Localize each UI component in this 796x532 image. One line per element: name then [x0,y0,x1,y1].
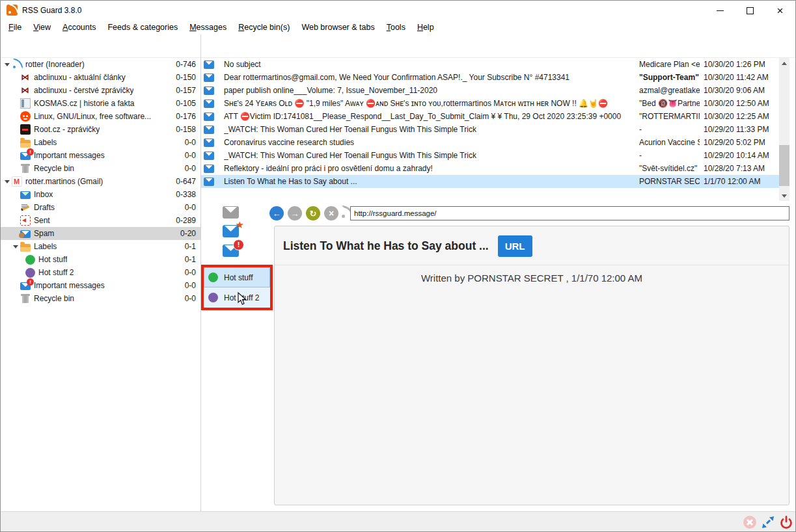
label-menu-item[interactable]: Hot stuff 2 [204,287,270,308]
important-star-envelope-icon[interactable] [223,225,239,237]
label-color-icon [208,273,218,282]
message-row[interactable]: paper publish online___Volume: 7, Issue_… [201,84,779,97]
menu-item-label: Feeds & categories [107,23,178,32]
drafts-icon [20,202,31,213]
feed-label: Important messages [34,281,105,290]
unread-count: 0-176 [172,112,196,121]
message-row[interactable]: No subject Medicare Plan <e... 10/30/20 … [201,58,779,71]
unread-count: 0-105 [172,99,196,108]
message-date: 10/30/20 1:26 PM [700,60,779,69]
sidebar-item[interactable]: Hot stuff 0-1 [1,253,200,266]
important-icon [20,152,31,160]
gmail-icon [12,176,22,187]
sidebar-item[interactable]: Important messages 0-0 [1,279,200,292]
message-row[interactable]: Reflektory - ideální pro práci i pro osv… [201,162,779,175]
message-date: 1/1/70 12:00 AM [700,177,779,186]
menu-item[interactable]: Messages [184,21,232,34]
unread-envelope-icon [204,178,214,186]
message-subject: Dear rottermartinos@gmail.com, We Need Y… [224,73,639,82]
message-row[interactable]: _WATCH: This Woman Cured Her Toenail Fun… [201,149,779,162]
message-date: 10/30/20 12:50 AM [700,99,779,108]
sidebar-item[interactable]: rotter.martinos (Gmail) 0-647 [1,175,200,188]
message-row[interactable]: _WATCH: This Woman Cured Her Toenail Fun… [201,123,779,136]
close-icon: × [777,5,784,16]
feed-label: Important messages [34,151,105,160]
url-input[interactable] [350,206,789,220]
unread-count: 0-150 [172,73,196,82]
sidebar-item[interactable]: Inbox 0-338 [1,188,200,201]
menu-item[interactable]: Accounts [57,21,102,34]
scroll-up-icon[interactable] [779,58,789,68]
sidebar-item[interactable]: Recycle bin 0-0 [1,162,200,175]
spam-icon [20,230,31,238]
menu-item[interactable]: View [27,21,57,34]
menu-item[interactable]: Help [411,21,440,34]
sidebar-item[interactable]: abclinuxu - čerstvé zprávičky 0-157 [1,84,200,97]
unread-exclamation-envelope-icon[interactable] [223,245,239,257]
sidebar-item[interactable]: rotter (Inoreader) 0-746 [1,58,200,71]
message-date: 10/30/20 9:06 AM [700,86,779,95]
unread-count: 0-158 [172,125,196,134]
feed-label: Root.cz - zprávičky [34,125,100,134]
sidebar-item[interactable]: Root.cz - zprávičky 0-158 [1,123,200,136]
message-row[interactable]: Coronavirus vaccine research studies Acu… [201,136,779,149]
sidebar-item[interactable]: KOSMAS.cz | historie a fakta 0-105 [1,97,200,110]
message-row[interactable]: Listen To What he Has to Say about ... P… [201,175,779,188]
preview-title: Listen To What he Has to Say about ... [283,239,489,253]
message-preview: Listen To What he Has to Say about ... U… [274,226,789,505]
sidebar-item[interactable]: Recycle bin 0-0 [1,292,200,305]
feed-label: Drafts [34,203,55,212]
menu-item[interactable]: File [3,21,27,34]
sidebar-item[interactable]: Labels 0-1 [1,240,200,253]
feed-label: Recycle bin [34,294,74,303]
maximize-icon [747,7,754,14]
sidebar-item[interactable]: Sent 0-289 [1,214,200,227]
close-button[interactable]: × [765,1,795,20]
menu-item[interactable]: Recycle bin(s) [232,21,295,34]
menu-item[interactable]: Feeds & categories [102,21,184,34]
minimize-button[interactable] [706,1,735,20]
message-subject: Coronavirus vaccine research studies [224,138,639,147]
reload-icon[interactable]: ↻ [306,206,320,220]
sidebar-item[interactable]: Labels 0-0 [1,136,200,149]
chevron-expanded-icon[interactable] [2,177,12,186]
menu-item[interactable]: Tools [381,21,411,34]
trash-icon [20,163,31,174]
menu-item[interactable]: Web browser & tabs [295,21,380,34]
mark-read-envelope-icon[interactable] [223,206,239,219]
feed-label: Inbox [34,190,53,199]
message-row[interactable]: Sʜᴇ's 24 Yᴇᴀʀs Oʟᴅ ⛔ "1,9 miles" Aᴡᴀʏ ⛔ᴀ… [201,97,779,110]
unread-count: 0-289 [172,216,196,225]
sidebar-item[interactable]: Spam 0-20 [1,227,200,240]
message-row[interactable]: Dear rottermartinos@gmail.com, We Need Y… [201,71,779,84]
menu-item-label: Recycle bin(s) [238,23,290,32]
sidebar-item[interactable]: Hot stuff 2 0-0 [1,266,200,279]
sidebar-item[interactable]: Important messages 0-0 [1,149,200,162]
important-icon [20,282,31,290]
chevron-expanded-icon[interactable] [10,242,20,251]
unread-count: 0-1 [181,255,196,264]
quit-icon[interactable] [779,515,793,529]
maximize-button[interactable] [735,1,765,20]
url-button[interactable]: URL [498,235,532,257]
message-subject: _WATCH: This Woman Cured Her Toenail Fun… [224,125,639,134]
fullscreen-icon[interactable] [761,515,775,529]
sidebar-item[interactable]: Linux, GNU/Linux, free software... 0-176 [1,110,200,123]
unread-count: 0-0 [181,268,196,277]
sidebar-item[interactable]: Drafts 0-0 [1,201,200,214]
sidebar-item[interactable]: abclinuxu - aktuální články 0-150 [1,71,200,84]
feed-label: rotter (Inoreader) [25,60,85,69]
titlebar: RSS Guard 3.8.0 × [1,1,795,20]
chevron-expanded-icon[interactable] [2,60,12,69]
label-menu-item[interactable]: Hot stuff [204,267,270,287]
message-row[interactable]: ATT ⛔Victim ID:1741081__Please_Respond__… [201,110,779,123]
unread-envelope-icon [204,126,214,134]
back-icon[interactable]: ← [269,206,284,220]
scrollbar-thumb[interactable] [779,145,789,186]
stop-icon[interactable]: × [324,206,338,220]
message-author: "Support-Team" ... [639,73,700,82]
label-circle-icon [25,255,35,265]
labels-popup-highlight: Hot stuff Hot stuff 2 [201,265,273,310]
forward-icon[interactable]: → [288,206,302,220]
scroll-down-icon[interactable] [779,191,789,201]
